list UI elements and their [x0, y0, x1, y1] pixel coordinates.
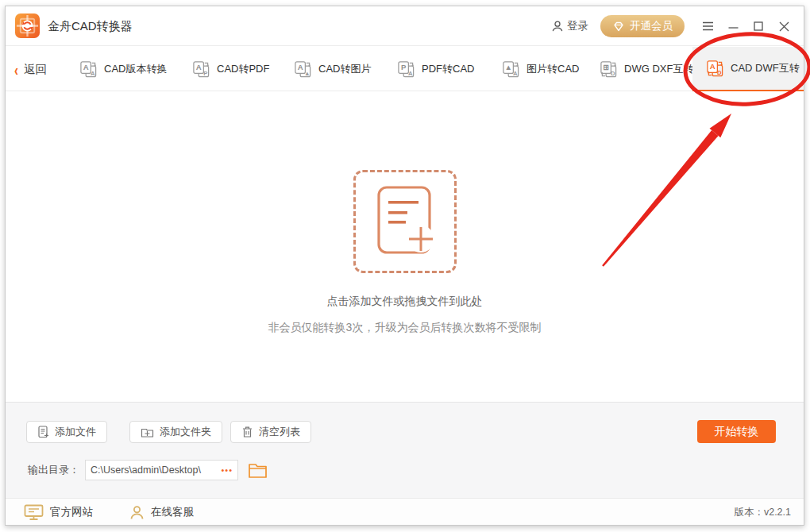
app-window: 金舟CAD转换器 登录 开通会员	[5, 6, 804, 526]
tab-label: PDF转CAD	[422, 62, 474, 76]
cad-to-pdf-icon: P A	[192, 60, 210, 79]
clear-list-button[interactable]: 清空列表	[230, 421, 311, 443]
folder-icon	[248, 462, 268, 479]
vip-button[interactable]: 开通会员	[600, 15, 685, 37]
add-file-label: 添加文件	[55, 425, 96, 439]
login-button[interactable]: 登录	[551, 19, 588, 33]
official-website-link[interactable]: 官方网站	[24, 499, 93, 526]
add-folder-button[interactable]: 添加文件夹	[129, 421, 222, 443]
tab-cad-to-image[interactable]: ▲ A CAD转图片	[294, 47, 371, 91]
window-close-button[interactable]	[773, 6, 794, 46]
tab-label: CAD转图片	[318, 62, 371, 76]
tab-bar: ‹ 返回 A A CAD版本转换 P A	[6, 47, 804, 91]
footer-bar: 官方网站 在线客服 版本：v2.2.1	[6, 498, 804, 525]
svg-text:▲: ▲	[504, 63, 511, 71]
add-folder-label: 添加文件夹	[160, 425, 211, 439]
open-folder-button[interactable]	[248, 462, 268, 479]
title-bar: 金舟CAD转换器 登录 开通会员	[6, 6, 804, 46]
window-menu-button[interactable]	[697, 6, 718, 46]
vip-diamond-icon	[612, 21, 625, 33]
minimize-icon	[728, 21, 739, 31]
online-support-label: 在线客服	[151, 505, 194, 519]
back-label: 返回	[24, 62, 47, 77]
start-convert-button[interactable]: 开始转换	[697, 420, 776, 443]
back-button[interactable]: ‹ 返回	[14, 47, 47, 91]
tab-image-to-cad[interactable]: A ▲ 图片转CAD	[502, 47, 579, 91]
file-list-area: 点击添加文件或拖拽文件到此处 非会员仅能转换3次，升级为会员后转换次数将不受限制	[6, 92, 804, 402]
add-file-dropzone[interactable]	[353, 170, 457, 273]
browse-more-button[interactable]: •••	[218, 465, 233, 475]
clear-list-label: 清空列表	[259, 425, 300, 439]
tab-label: 图片转CAD	[526, 62, 579, 76]
official-website-label: 官方网站	[50, 505, 93, 519]
maximize-icon	[754, 21, 763, 31]
bottom-panel: 添加文件 添加文件夹 清空列表 开始转换 输出目录：	[6, 402, 804, 498]
app-title: 金舟CAD转换器	[48, 6, 133, 46]
tab-label: DWG DXF互转	[624, 62, 693, 76]
tab-cad-version-convert[interactable]: A A CAD版本转换	[79, 47, 167, 91]
svg-text:A: A	[196, 63, 202, 71]
output-directory-label: 输出目录：	[28, 463, 79, 477]
svg-text:A: A	[298, 63, 303, 71]
svg-text:P: P	[401, 63, 407, 71]
menu-icon	[702, 21, 714, 31]
screen: 金舟CAD转换器 登录 开通会员	[0, 0, 810, 532]
file-plus-icon	[37, 426, 49, 438]
trash-icon	[241, 426, 253, 438]
output-directory-row: 输出目录： C:\Users\admin\Desktop\ •••	[28, 460, 268, 480]
app-logo-icon	[14, 13, 40, 39]
user-icon	[551, 20, 564, 33]
dropzone-hint: 点击添加文件或拖拽文件到此处	[6, 295, 804, 309]
dwg-dxf-convert-icon: D ⊞	[600, 60, 618, 79]
tab-label: CAD转PDF	[217, 62, 269, 76]
person-icon	[129, 505, 145, 520]
vip-label: 开通会员	[630, 19, 673, 33]
folder-plus-icon	[141, 426, 154, 438]
cad-to-image-icon: ▲ A	[294, 60, 312, 79]
cad-dwf-convert-icon: D A	[706, 60, 724, 78]
tab-label: CAD版本转换	[104, 62, 167, 76]
tab-cad-dwf-convert[interactable]: D A CAD DWF互转	[692, 47, 804, 91]
online-support-link[interactable]: 在线客服	[129, 499, 194, 526]
svg-text:A: A	[710, 62, 716, 71]
close-icon	[779, 21, 789, 32]
version-label: 版本：v2.2.1	[734, 499, 791, 526]
output-path-field[interactable]: C:\Users\admin\Desktop\ •••	[85, 460, 238, 480]
add-document-icon	[376, 185, 440, 258]
tab-pdf-to-cad[interactable]: A P PDF转CAD	[397, 47, 474, 91]
output-path-value: C:\Users\admin\Desktop\	[91, 465, 218, 476]
window-minimize-button[interactable]	[723, 6, 743, 46]
monitor-icon	[24, 504, 44, 521]
chevron-left-icon: ‹	[14, 60, 18, 78]
svg-text:A: A	[83, 63, 89, 71]
pdf-to-cad-icon: A P	[397, 60, 415, 79]
cad-version-convert-icon: A A	[79, 60, 98, 79]
add-file-button[interactable]: 添加文件	[26, 421, 107, 443]
svg-text:⊞: ⊞	[603, 63, 609, 71]
tab-dwg-dxf-convert[interactable]: D ⊞ DWG DXF互转	[600, 47, 693, 91]
tab-cad-to-pdf[interactable]: P A CAD转PDF	[192, 47, 269, 91]
tab-label: CAD DWF互转	[731, 61, 800, 75]
login-label: 登录	[567, 19, 588, 33]
image-to-cad-icon: A ▲	[502, 60, 520, 79]
window-maximize-button[interactable]	[748, 6, 769, 46]
membership-note: 非会员仅能转换3次，升级为会员后转换次数将不受限制	[6, 321, 804, 335]
